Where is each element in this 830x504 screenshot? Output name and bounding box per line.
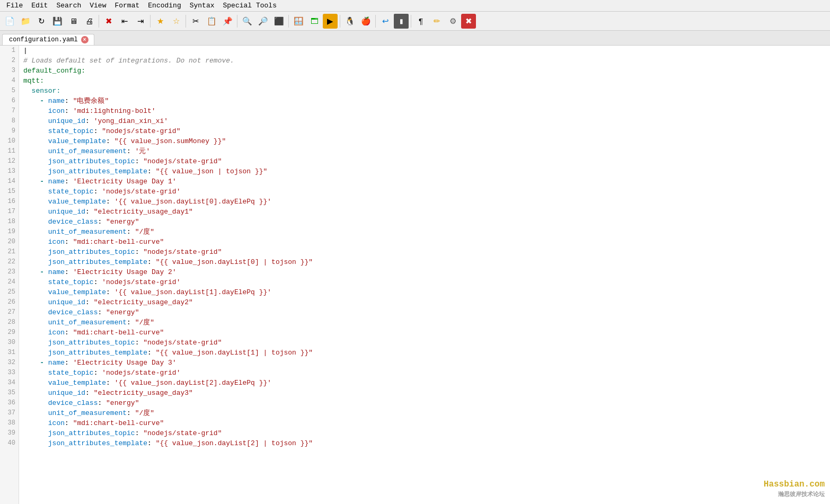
ln-3: 3 [3, 66, 15, 76]
code-line-16: value_template: '{{ value_json.dayList[0… [23, 197, 830, 207]
sep6 [340, 15, 340, 28]
menu-special-tools[interactable]: Special Tools [219, 1, 281, 11]
windows-btn[interactable]: 🪟 [291, 14, 306, 29]
code-line-28: unit_of_measurement: "/度" [23, 317, 830, 328]
sep8 [411, 15, 411, 28]
ln-5: 5 [3, 86, 15, 96]
ln-6: 6 [3, 96, 15, 106]
close2-btn[interactable]: ✖ [461, 14, 476, 29]
code-line-4: mqtt: [23, 76, 830, 86]
code-line-36: device_class: "energy" [23, 398, 830, 408]
edit-marker-btn[interactable]: ✏ [429, 14, 444, 29]
new-file-btn[interactable]: 📄 [2, 14, 17, 29]
ln-36: 36 [3, 398, 15, 408]
close-btn[interactable]: ✖ [101, 14, 116, 29]
ln-11: 11 [3, 146, 15, 156]
ln-14: 14 [3, 176, 15, 187]
code-line-2: # Loads default set of integrations. Do … [23, 56, 830, 66]
code-line-33: state_topic: 'nodejs/state-grid' [23, 368, 830, 378]
run-btn[interactable]: ▶ [323, 14, 338, 29]
sep1 [99, 15, 99, 28]
menu-format[interactable]: Format [110, 1, 144, 11]
ln-12: 12 [3, 156, 15, 166]
open-folder-btn[interactable]: 📁 [18, 14, 33, 29]
pilcrow-btn[interactable]: ¶ [413, 14, 428, 29]
ln-1: 1 [3, 46, 15, 56]
code-editor[interactable]: | # Loads default set of integrations. D… [19, 46, 830, 504]
code-line-27: device_class: "energy" [23, 307, 830, 317]
select-all-btn[interactable]: ⬛ [271, 14, 286, 29]
paste-btn[interactable]: 📌 [220, 14, 235, 29]
code-line-37: unit_of_measurement: "/度" [23, 408, 830, 418]
sep4 [237, 15, 237, 28]
ln-15: 15 [3, 187, 15, 197]
sep3 [186, 15, 186, 28]
print-preview-btn[interactable]: 🖥 [66, 14, 81, 29]
ln-25: 25 [3, 287, 15, 297]
menu-bar: File Edit Search View Format Encoding Sy… [0, 0, 830, 12]
tab-bar: configuration.yaml × [0, 31, 830, 46]
line-numbers: 1 2 3 4 5 6 7 8 9 10 11 12 13 14 15 16 1… [0, 46, 19, 504]
code-line-24: state_topic: 'nodejs/state-grid' [23, 277, 830, 287]
code-line-35: unique_id: "electricity_usage_day3" [23, 388, 830, 398]
code-line-30: json_attributes_topic: "nodejs/state-gri… [23, 338, 830, 348]
code-line-25: value_template: '{{ value_json.dayList[1… [23, 287, 830, 297]
code-line-15: state_topic: 'nodejs/state-grid' [23, 187, 830, 197]
print-btn[interactable]: 🖨 [82, 14, 96, 29]
tab-close-btn[interactable]: × [81, 36, 89, 43]
toolbar: 📄 📁 ↻ 💾 🖥 🖨 ✖ ⇤ ⇥ ★ ☆ ✂ 📋 📌 🔍 🔎 ⬛ 🪟 🗔 ▶ … [0, 12, 830, 31]
reload-btn[interactable]: ↻ [34, 14, 49, 29]
ln-37: 37 [3, 408, 15, 418]
bookmark-btn[interactable]: ★ [153, 14, 167, 29]
code-line-39: json_attributes_topic: "nodejs/state-gri… [23, 428, 830, 438]
sep2 [150, 15, 151, 28]
ln-4: 4 [3, 76, 15, 86]
ln-31: 31 [3, 348, 15, 358]
copy-btn[interactable]: 📋 [204, 14, 219, 29]
undo-btn[interactable]: ↩ [378, 14, 393, 29]
ln-2: 2 [3, 56, 15, 66]
ln-22: 22 [3, 257, 15, 267]
code-line-38: icon: "mdi:chart-bell-curve" [23, 418, 830, 428]
menu-search[interactable]: Search [52, 1, 85, 11]
redo-btn[interactable]: ▮ [394, 14, 409, 29]
find-replace-btn[interactable]: 🔎 [255, 14, 270, 29]
ln-40: 40 [3, 438, 15, 448]
menu-view[interactable]: View [85, 1, 110, 11]
tab-label: configuration.yaml [9, 36, 78, 43]
code-line-9: state_topic: "nodejs/state-grid" [23, 126, 830, 136]
apple-btn[interactable]: 🍎 [358, 14, 373, 29]
cut-btn[interactable]: ✂ [188, 14, 203, 29]
code-line-26: unique_id: "electricity_usage_day2" [23, 297, 830, 307]
menu-syntax[interactable]: Syntax [186, 1, 219, 11]
find-btn[interactable]: 🔍 [240, 14, 254, 29]
ln-33: 33 [3, 368, 15, 378]
win2-btn[interactable]: 🗔 [307, 14, 322, 29]
ln-9: 9 [3, 126, 15, 136]
menu-encoding[interactable]: Encoding [144, 1, 185, 11]
ln-26: 26 [3, 297, 15, 307]
bookmark2-btn[interactable]: ☆ [169, 14, 183, 29]
tab-configuration-yaml[interactable]: configuration.yaml × [2, 34, 94, 45]
code-line-23: - name: 'Electricity Usage Day 2' [23, 267, 830, 277]
linux-btn[interactable]: 🐧 [342, 14, 357, 29]
menu-file[interactable]: File [2, 1, 27, 11]
ln-10: 10 [3, 136, 15, 146]
ln-39: 39 [3, 428, 15, 438]
ln-7: 7 [3, 106, 15, 116]
code-line-32: - name: 'Electricity Usage Day 3' [23, 358, 830, 368]
indent-left-btn[interactable]: ⇤ [117, 14, 132, 29]
code-line-19: unit_of_measurement: "/度" [23, 227, 830, 237]
code-line-22: json_attributes_template: "{{ value_json… [23, 257, 830, 267]
code-line-6: - name: "电费余额" [23, 96, 830, 106]
sep7 [375, 15, 376, 28]
code-line-20: icon: "mdi:chart-bell-curve" [23, 237, 830, 247]
menu-edit[interactable]: Edit [27, 1, 52, 11]
code-line-5: sensor: [23, 86, 830, 96]
indent-right-btn[interactable]: ⇥ [133, 14, 148, 29]
settings-btn[interactable]: ⚙ [445, 14, 460, 29]
ln-35: 35 [3, 388, 15, 398]
code-line-1: | [23, 46, 830, 56]
save-btn[interactable]: 💾 [50, 14, 65, 29]
ln-8: 8 [3, 116, 15, 126]
